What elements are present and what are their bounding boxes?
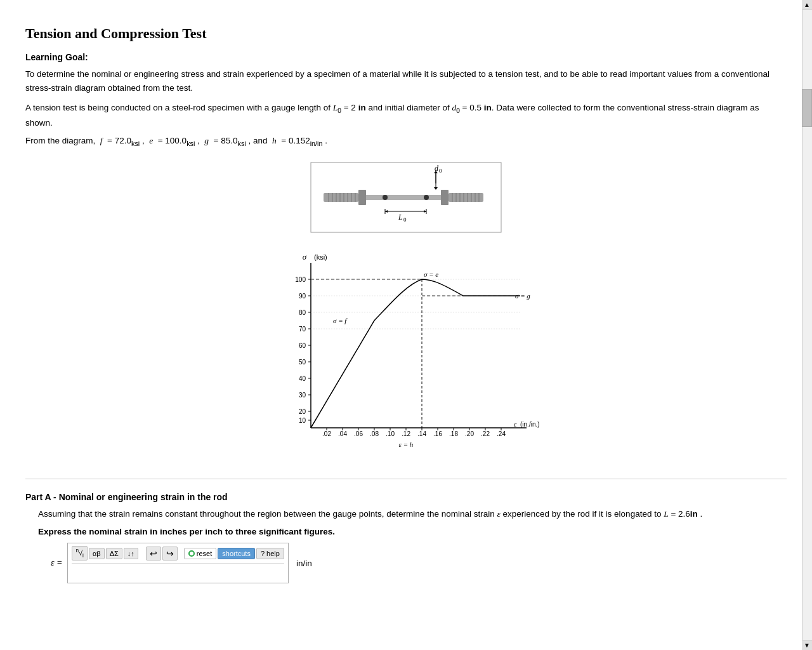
redo-btn[interactable]: ↪ bbox=[162, 547, 178, 560]
learning-goal-label: Learning Goal: bbox=[25, 52, 787, 62]
svg-text:70: 70 bbox=[299, 326, 306, 333]
undo-btn[interactable]: ↩ bbox=[146, 547, 161, 560]
reset-btn[interactable]: reset bbox=[184, 548, 216, 559]
svg-text:L: L bbox=[398, 213, 403, 222]
svg-text:0: 0 bbox=[403, 216, 407, 223]
svg-text:80: 80 bbox=[299, 309, 306, 316]
toolbar-row: n√i αβ ΔΣ ↓↑ ↩ ↪ reset shortcuts ? help bbox=[72, 546, 284, 564]
intro-text-2: A tension test is being conducted on a s… bbox=[25, 101, 787, 129]
svg-text:σ = g: σ = g bbox=[515, 292, 530, 300]
svg-text:.24: .24 bbox=[497, 430, 506, 437]
express-label: Express the nominal strain in inches per… bbox=[38, 527, 787, 536]
svg-text:(ksi): (ksi) bbox=[314, 253, 327, 261]
svg-text:.22: .22 bbox=[481, 430, 490, 437]
stress-strain-chart: σ (ksi) 100 90 80 70 60 50 bbox=[25, 250, 787, 466]
svg-text:d: d bbox=[435, 164, 439, 173]
svg-text:40: 40 bbox=[299, 375, 306, 382]
svg-point-27 bbox=[424, 195, 429, 200]
shortcuts-btn[interactable]: shortcuts bbox=[218, 548, 255, 559]
input-row: ε = n√i αβ ΔΣ ↓↑ ↩ ↪ reset shortcuts ? bbox=[51, 543, 787, 583]
svg-point-26 bbox=[383, 195, 388, 200]
input-box: n√i αβ ΔΣ ↓↑ ↩ ↪ reset shortcuts ? help bbox=[67, 543, 288, 583]
svg-text:.02: .02 bbox=[322, 430, 331, 437]
svg-text:.18: .18 bbox=[449, 430, 458, 437]
svg-text:30: 30 bbox=[299, 392, 306, 399]
answer-input[interactable] bbox=[72, 566, 284, 580]
svg-text:σ = e: σ = e bbox=[424, 270, 438, 278]
reset-icon bbox=[188, 550, 195, 557]
svg-text:.14: .14 bbox=[417, 430, 426, 437]
svg-text:ε = h: ε = h bbox=[399, 441, 414, 448]
specimen-diagram: d 0 bbox=[25, 159, 787, 237]
scrollbar[interactable]: ▲ ▼ bbox=[802, 0, 812, 609]
radical-toolbar-btn[interactable]: n√i bbox=[72, 546, 87, 560]
svg-text:0: 0 bbox=[439, 168, 442, 174]
svg-text:.20: .20 bbox=[465, 430, 474, 437]
svg-text:60: 60 bbox=[299, 342, 306, 349]
scroll-thumb[interactable] bbox=[802, 89, 812, 127]
operators-toolbar-btn[interactable]: ΔΣ bbox=[106, 548, 122, 559]
intro-text-1: To determine the nominal or engineering … bbox=[25, 67, 787, 95]
epsilon-eq-label: ε = bbox=[51, 558, 62, 568]
page-title: Tension and Compression Test bbox=[25, 25, 787, 42]
scroll-up-arrow[interactable]: ▲ bbox=[802, 0, 812, 10]
svg-text:.04: .04 bbox=[338, 430, 347, 437]
part-a-label: Part A - Nominal or engineering strain i… bbox=[25, 492, 787, 502]
svg-text:σ: σ bbox=[303, 252, 307, 262]
svg-rect-13 bbox=[358, 190, 366, 205]
svg-rect-16 bbox=[441, 190, 449, 205]
unit-label: in/in bbox=[296, 559, 312, 568]
svg-text:ε: ε bbox=[514, 420, 517, 428]
svg-text:σ = f: σ = f bbox=[333, 317, 348, 324]
svg-text:.16: .16 bbox=[433, 430, 442, 437]
svg-rect-17 bbox=[449, 193, 483, 202]
arrows-toolbar-btn[interactable]: ↓↑ bbox=[124, 548, 138, 559]
section-divider bbox=[25, 479, 787, 479]
svg-text:100: 100 bbox=[295, 276, 306, 283]
svg-text:20: 20 bbox=[299, 408, 306, 415]
page-container: Tension and Compression Test Learning Go… bbox=[6, 0, 806, 609]
svg-text:.12: .12 bbox=[402, 430, 410, 437]
svg-text:.08: .08 bbox=[370, 430, 379, 437]
svg-text:.10: .10 bbox=[386, 430, 395, 437]
svg-text:50: 50 bbox=[299, 359, 306, 366]
part-a-desc: Assuming that the strain remains constan… bbox=[38, 507, 787, 521]
svg-text:10: 10 bbox=[299, 417, 306, 424]
svg-text:.06: .06 bbox=[354, 430, 363, 437]
intro-text-3: From the diagram, f = 72.0ksi , e = 100.… bbox=[25, 134, 787, 149]
greek-toolbar-btn[interactable]: αβ bbox=[89, 548, 105, 559]
svg-text:90: 90 bbox=[299, 293, 306, 300]
svg-rect-15 bbox=[428, 195, 441, 200]
help-btn[interactable]: ? help bbox=[256, 548, 284, 559]
svg-text:(in./in.): (in./in.) bbox=[520, 421, 540, 428]
